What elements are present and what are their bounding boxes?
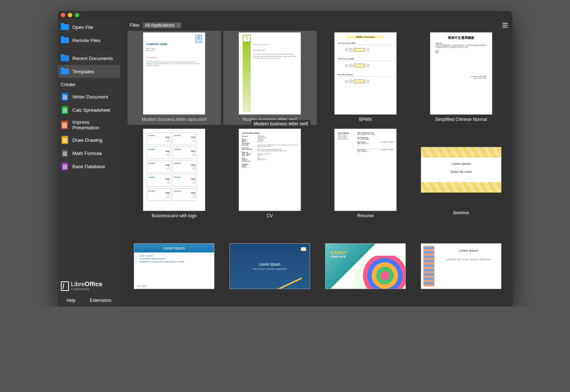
sidebar-item-base[interactable]: Base Database — [58, 160, 120, 173]
help-link[interactable]: Help — [66, 298, 76, 303]
template-thumbnail: 简体中文通用模板尊敬的客户：简体中文使用模板示例；旨在使用简体中文时，简体中文使… — [430, 32, 492, 115]
template-thumbnail: LibreOfficeNAMEtitlephoneemailLibreOffic… — [143, 129, 205, 211]
template-cn-normal[interactable]: 简体中文通用模板尊敬的客户：简体中文使用模板示例；旨在使用简体中文时，简体中文使… — [415, 31, 508, 125]
sidebar-item-label: Base Database — [73, 164, 105, 169]
sidebar-item-label: Draw Drawing — [73, 137, 103, 143]
template-caption: Modern business letter sans-serif — [142, 115, 207, 122]
brand-bold: Office — [85, 281, 102, 288]
zoom-icon[interactable] — [75, 13, 79, 17]
template-caption: CV — [267, 211, 273, 218]
sidebar-item-recent-documents[interactable]: Recent Documents — [58, 52, 120, 65]
template-thumbnail: BPMN - ExamplesExclusive Gateway (XOR)Pa… — [334, 32, 397, 115]
template-caption: Modern business letter serif — [243, 115, 297, 122]
menu-icon[interactable] — [501, 22, 509, 29]
sidebar-item-impress[interactable]: Impress Presentation — [58, 117, 120, 133]
sidebar: Open FileRemote Files Recent DocumentsTe… — [58, 19, 120, 307]
template-caption: DNA — [456, 304, 466, 307]
template-caption: Candy — [359, 304, 372, 307]
template-caption: Simplified Chinese Normal — [435, 115, 487, 122]
libreoffice-brand: LibreOffice Community — [58, 278, 120, 295]
template-candy[interactable]: CANDYTEMPLATECandy — [319, 223, 412, 307]
sidebar-item-label: Recent Documents — [73, 56, 113, 61]
template-caption: Beehive — [453, 208, 469, 215]
chevron-updown-icon: ▲▼ — [177, 23, 180, 27]
template-thumbnail: Curriculum VitaeAbout meNameAddressPhone… — [239, 129, 301, 211]
template-modern-serif[interactable]: theLOGOhereTo whom it may concernRef: su… — [223, 31, 317, 125]
template-caption: Blueprint Plans — [255, 304, 285, 307]
titlebar — [58, 11, 512, 19]
template-caption: BPMN — [359, 115, 372, 122]
template-thumbnail: Lorem IpsumDolor sit amet, consectetur a… — [229, 243, 310, 289]
sidebar-divider — [60, 48, 118, 49]
template-blueprint[interactable]: Lorem IpsumDolor sit amet, consectetur a… — [223, 223, 317, 307]
template-modern-sans[interactable]: theLOGOhereCOMPANY NAMEAddress line 1Add… — [128, 31, 221, 125]
template-caption: Businesscard with logo — [152, 211, 197, 218]
template-cv[interactable]: Curriculum VitaeAbout meNameAddressPhone… — [223, 127, 317, 221]
sidebar-item-remote-files[interactable]: Remote Files — [58, 34, 120, 47]
template-scroll[interactable]: theLOGOhereCOMPANY NAMEAddress line 1Add… — [120, 31, 512, 307]
template-resume[interactable]: Your NameAddress Line 1City State 00000(… — [319, 127, 412, 221]
template-thumbnail: Lorem IpsumDolor Sit Amet — [421, 147, 501, 193]
sidebar-item-label: Templates — [73, 69, 94, 74]
template-caption: Blue Curve — [163, 304, 185, 307]
filter-select[interactable]: All Applications — [143, 22, 181, 28]
template-dna[interactable]: Lorem IpsumLorem ipsum dolor sit amet, c… — [415, 223, 508, 307]
brand-main: Libre — [71, 281, 85, 288]
template-thumbnail: theLOGOhereCOMPANY NAMEAddress line 1Add… — [143, 32, 205, 115]
sidebar-item-math[interactable]: Math Formula — [58, 147, 120, 160]
template-thumbnail: Your NameAddress Line 1City State 00000(… — [334, 129, 397, 211]
create-heading: Create: — [58, 78, 120, 89]
start-center-window: Open FileRemote Files Recent DocumentsTe… — [58, 11, 512, 307]
sidebar-item-writer[interactable]: Writer Document — [58, 90, 120, 103]
bottom-links: Help Extensions — [58, 295, 120, 307]
template-blue-curve[interactable]: Lorem IpsumDolor sit ametConsectetur adi… — [128, 223, 221, 307]
sidebar-item-draw[interactable]: Draw Drawing — [58, 133, 120, 147]
sidebar-item-label: Math Formula — [73, 151, 102, 156]
template-thumbnail: Lorem IpsumDolor sit ametConsectetur adi… — [134, 243, 214, 289]
sidebar-item-label: Open File — [73, 25, 93, 30]
template-thumbnail: CANDYTEMPLATE — [325, 243, 406, 289]
sidebar-item-label: Calc Spreadsheet — [73, 107, 110, 113]
filter-bar: Filter: All Applications ▲▼ — [120, 19, 512, 31]
main-panel: Filter: All Applications ▲▼ theLOGOhereC… — [120, 19, 512, 307]
template-businesscard[interactable]: LibreOfficeNAMEtitlephoneemailLibreOffic… — [128, 127, 221, 221]
template-bpmn[interactable]: BPMN - ExamplesExclusive Gateway (XOR)Pa… — [319, 31, 412, 125]
close-icon[interactable] — [61, 13, 65, 17]
sidebar-item-templates[interactable]: Templates — [58, 65, 120, 78]
template-caption: Resume — [357, 211, 374, 218]
sidebar-item-label: Impress Presentation — [72, 119, 117, 130]
filter-label: Filter: — [130, 23, 141, 28]
body: Open FileRemote Files Recent DocumentsTe… — [58, 19, 512, 307]
sidebar-item-calc[interactable]: Calc Spreadsheet — [58, 103, 120, 117]
extensions-link[interactable]: Extensions — [90, 298, 111, 303]
template-thumbnail: theLOGOhereTo whom it may concernRef: su… — [239, 32, 301, 115]
sidebar-item-open-file[interactable]: Open File — [58, 21, 120, 34]
minimize-icon[interactable] — [68, 13, 72, 17]
brand-sub: Community — [71, 287, 103, 291]
sidebar-item-label: Remote Files — [73, 38, 101, 43]
sidebar-item-label: Writer Document — [73, 94, 108, 100]
template-beehive[interactable]: Lorem IpsumDolor Sit AmetBeehive — [415, 127, 508, 221]
libreoffice-logo-icon — [61, 281, 69, 291]
template-thumbnail: Lorem IpsumLorem ipsum dolor sit amet, c… — [421, 243, 501, 289]
